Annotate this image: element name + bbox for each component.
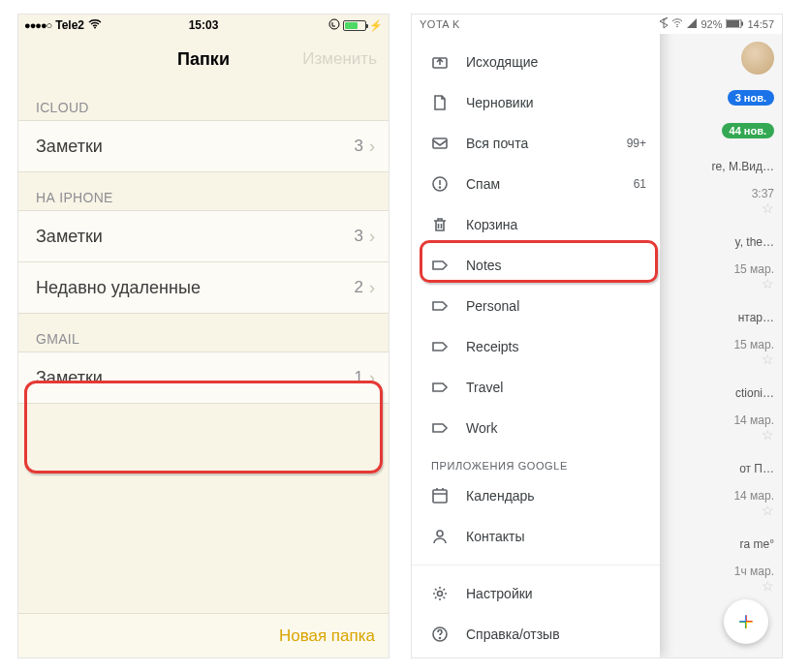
folder-count: 3 [355, 137, 363, 156]
drawer-item-travel[interactable]: Travel [412, 367, 660, 408]
drawer-item-label: Travel [466, 380, 646, 395]
clock: 15:03 [143, 18, 263, 32]
drawer-item-label: Вся почта [466, 136, 609, 151]
drawer-app-calendar[interactable]: Календарь [412, 475, 660, 516]
star-icon[interactable]: ☆ [733, 427, 774, 443]
label-icon [431, 419, 449, 437]
inbox-row-peek[interactable]: ra me°1ч мар.☆ [734, 537, 774, 594]
inbox-row-peek[interactable]: нтар…15 мар.☆ [733, 311, 774, 367]
drawer-item-label: Personal [466, 298, 646, 314]
folder-row-iphone-trash[interactable]: Недавно удаленные 2 › [18, 261, 389, 314]
svg-rect-5 [741, 22, 743, 26]
svg-point-0 [94, 27, 96, 29]
folder-count: 2 [355, 278, 363, 297]
star-icon[interactable]: ☆ [712, 200, 774, 216]
carrier-label: Tele2 [55, 18, 84, 32]
folder-count: 3 [355, 227, 363, 246]
chevron-right-icon: › [369, 278, 375, 298]
divider [412, 565, 660, 565]
drawer-item-исходящие[interactable]: Исходящие [412, 42, 660, 82]
drawer-item-спам[interactable]: Спам61 [412, 164, 660, 204]
allmail-icon [431, 135, 449, 152]
drawer-item-receipts[interactable]: Receipts [412, 326, 660, 367]
drawer-help[interactable]: Справка/отзыв [412, 614, 660, 655]
nav-bar: Папки Изменить [18, 36, 389, 82]
star-icon[interactable]: ☆ [733, 503, 774, 518]
drawer-section-header-apps: ПРИЛОЖЕНИЯ GOOGLE [412, 448, 660, 475]
gmail-drawer-screen: YOTA K 92% 14:57 ИсходящиеЧерновикиВся п… [411, 14, 783, 658]
drawer-app-contacts[interactable]: Контакты [412, 516, 660, 557]
help-icon [431, 626, 449, 643]
drawer-item-label: Исходящие [466, 54, 646, 70]
page-title: Папки [177, 49, 230, 70]
inbox-backdrop: 3 нов.44 нов. re, М.Вид…3:37☆y, the…15 м… [660, 15, 782, 657]
svg-point-1 [329, 19, 339, 29]
drawer-item-label: Календарь [466, 488, 646, 504]
file-icon [431, 94, 449, 111]
folder-label: Заметки [36, 137, 355, 157]
section-header-gmail: GMAIL [18, 314, 389, 352]
drawer-item-work[interactable]: Work [412, 408, 660, 448]
signal-icon [687, 18, 697, 30]
battery-percent: 92% [701, 18, 722, 30]
label-icon [431, 379, 449, 396]
ios-status-bar: ●●●●○ Tele2 15:03 ⚡ [18, 15, 389, 36]
signal-icon: ●●●●○ [24, 19, 51, 31]
star-icon[interactable]: ☆ [733, 351, 774, 367]
drawer-item-label: Спам [466, 176, 616, 192]
label-icon [431, 257, 449, 274]
settings-icon [431, 585, 449, 602]
folder-row-icloud-notes[interactable]: Заметки 3 › [18, 120, 389, 172]
plus-icon: + [738, 606, 754, 637]
drawer-item-count: 61 [634, 177, 646, 191]
svg-point-12 [437, 531, 443, 536]
wifi-icon [671, 18, 683, 30]
drawer-item-корзина[interactable]: Корзина [412, 204, 660, 245]
svg-point-15 [440, 638, 441, 639]
svg-rect-7 [433, 138, 447, 148]
drawer-settings[interactable]: Настройки [412, 573, 660, 614]
chevron-right-icon: › [369, 368, 375, 388]
inbox-row-peek[interactable]: y, the…15 мар.☆ [733, 235, 774, 291]
clock: 14:57 [747, 18, 774, 30]
folder-label: Заметки [36, 227, 355, 247]
inbox-row-peek[interactable]: re, М.Вид…3:37☆ [712, 160, 774, 216]
compose-fab[interactable]: + [724, 599, 768, 644]
carrier-label: YOTA K [420, 18, 660, 30]
star-icon[interactable]: ☆ [733, 276, 774, 291]
edit-button[interactable]: Изменить [302, 49, 377, 69]
rotation-lock-icon [328, 18, 340, 33]
android-status-bar: YOTA K 92% 14:57 [412, 15, 782, 34]
wifi-icon [88, 18, 102, 32]
bluetooth-icon [660, 17, 668, 31]
folder-count: 1 [355, 368, 363, 387]
drawer-item-label: Receipts [466, 339, 646, 354]
label-icon [431, 297, 449, 315]
inbox-row-peek[interactable]: ctioni…14 мар.☆ [733, 386, 774, 443]
star-icon[interactable]: ☆ [734, 578, 774, 594]
chevron-right-icon: › [369, 137, 375, 157]
new-folder-button[interactable]: Новая папка [279, 626, 375, 646]
trash-icon [431, 216, 449, 233]
drawer-item-label: Notes [466, 258, 646, 273]
drawer-item-count: 99+ [627, 137, 646, 150]
folder-row-iphone-notes[interactable]: Заметки 3 › [18, 210, 389, 262]
drawer-item-вся почта[interactable]: Вся почта99+ [412, 123, 660, 164]
avatar[interactable] [741, 42, 774, 75]
svg-point-13 [438, 592, 443, 596]
svg-rect-4 [727, 20, 739, 27]
drawer-item-черновики[interactable]: Черновики [412, 82, 660, 123]
outbox-icon [431, 53, 449, 71]
folder-row-gmail-notes[interactable]: Заметки 1 › [18, 351, 389, 404]
svg-point-10 [440, 187, 441, 188]
section-header-iphone: НА IPHONE [18, 172, 389, 211]
drawer-item-personal[interactable]: Personal [412, 286, 660, 326]
ios-notes-screen: ●●●●○ Tele2 15:03 ⚡ Папки Изменить ICLOU… [17, 14, 389, 658]
inbox-row-peek[interactable]: от П…14 мар.☆ [733, 462, 774, 518]
drawer-item-label: Контакты [466, 529, 646, 544]
svg-rect-11 [433, 490, 447, 503]
battery-icon [343, 20, 366, 31]
chevron-right-icon: › [369, 227, 375, 247]
svg-point-2 [677, 26, 679, 28]
drawer-item-notes[interactable]: Notes [412, 245, 660, 286]
